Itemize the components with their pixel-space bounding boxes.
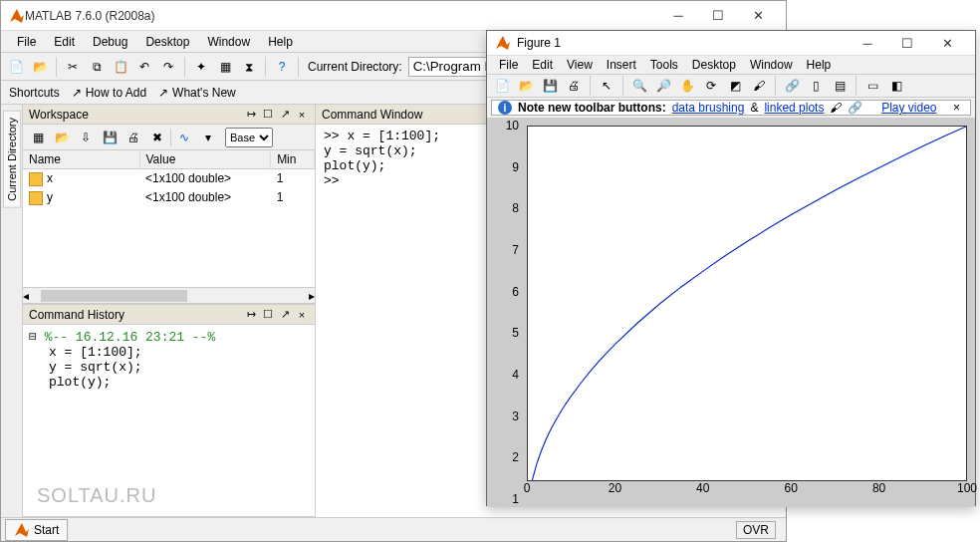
y-axis-ticks: 12345678910 bbox=[495, 126, 523, 499]
menu-help[interactable]: Help bbox=[260, 33, 301, 51]
left-tab-strip: Current Directory bbox=[1, 105, 23, 517]
close-button[interactable]: ✕ bbox=[738, 4, 778, 28]
paste-icon[interactable]: 📋 bbox=[110, 56, 131, 78]
plot-axes[interactable] bbox=[527, 126, 967, 481]
undo-icon[interactable]: ↶ bbox=[133, 56, 155, 78]
dock-icon[interactable]: ↦ bbox=[244, 108, 258, 122]
figure-toolbar: 📄 📂 💾 🖨 ↖ 🔍 🔎 ✋ ⟳ ◩ 🖌 🔗 ▯ ▤ ▭ ◧ bbox=[487, 75, 975, 98]
import-icon[interactable]: ⇩ bbox=[75, 127, 97, 148]
link-icon: 🔗 bbox=[848, 101, 862, 115]
menu-window[interactable]: Window bbox=[744, 56, 799, 74]
save-figure-icon[interactable]: 💾 bbox=[539, 75, 561, 97]
history-line[interactable]: plot(y); bbox=[29, 375, 309, 390]
main-title: MATLAB 7.6.0 (R2008a) bbox=[25, 9, 658, 23]
figure-notice: i Note new toolbar buttons: data brushin… bbox=[491, 100, 971, 116]
help-icon[interactable]: ? bbox=[271, 56, 293, 78]
menu-debug[interactable]: Debug bbox=[85, 33, 135, 51]
panel-max-icon[interactable]: ↗ bbox=[278, 108, 292, 122]
data-brushing-link[interactable]: data brushing bbox=[672, 101, 745, 115]
colorbar-icon[interactable]: ▯ bbox=[805, 75, 827, 97]
guide-icon[interactable]: ▦ bbox=[214, 56, 236, 78]
save-ws-icon[interactable]: 💾 bbox=[99, 127, 121, 148]
plot-menu-icon[interactable]: ▾ bbox=[197, 127, 219, 148]
menu-edit[interactable]: Edit bbox=[46, 33, 83, 51]
show-tools-icon[interactable]: ◧ bbox=[885, 75, 907, 97]
maximize-button[interactable]: ☐ bbox=[887, 31, 927, 55]
workspace-header: Workspace ↦ ☐ ↗ × bbox=[23, 105, 315, 125]
print-icon[interactable]: 🖨 bbox=[122, 127, 144, 148]
panel-min-icon[interactable]: ☐ bbox=[261, 308, 275, 322]
new-figure-icon[interactable]: 📄 bbox=[491, 75, 513, 97]
delete-var-icon[interactable]: ✖ bbox=[146, 127, 168, 148]
panel-min-icon[interactable]: ☐ bbox=[261, 108, 275, 122]
dock-icon[interactable]: ↦ bbox=[244, 308, 258, 322]
cut-icon[interactable]: ✂ bbox=[62, 56, 84, 78]
copy-icon[interactable]: ⧉ bbox=[86, 56, 108, 78]
minimize-button[interactable]: ─ bbox=[848, 31, 887, 55]
panel-close-icon[interactable]: × bbox=[295, 108, 309, 122]
pan-icon[interactable]: ✋ bbox=[676, 75, 698, 97]
menu-window[interactable]: Window bbox=[199, 33, 258, 51]
col-name[interactable]: Name bbox=[23, 150, 139, 169]
menu-file[interactable]: File bbox=[493, 56, 524, 74]
table-row[interactable]: y <1x100 double> 1 bbox=[23, 188, 315, 207]
history-title: Command History bbox=[29, 308, 124, 322]
menu-file[interactable]: File bbox=[9, 33, 44, 51]
menu-edit[interactable]: Edit bbox=[526, 56, 559, 74]
simulink-icon[interactable]: ✦ bbox=[190, 56, 212, 78]
x-axis-ticks: 020406080100 bbox=[527, 481, 967, 499]
open-figure-icon[interactable]: 📂 bbox=[515, 75, 537, 97]
new-file-icon[interactable]: 📄 bbox=[5, 56, 27, 78]
hide-tools-icon[interactable]: ▭ bbox=[861, 75, 883, 97]
play-video-link[interactable]: Play video bbox=[881, 101, 936, 115]
plot-icon[interactable]: ∿ bbox=[173, 127, 195, 148]
scope-select[interactable]: Base bbox=[225, 128, 273, 147]
menu-insert[interactable]: Insert bbox=[601, 56, 642, 74]
ovr-indicator: OVR bbox=[736, 521, 776, 539]
menu-desktop[interactable]: Desktop bbox=[137, 33, 197, 51]
minimize-button[interactable]: ─ bbox=[658, 4, 698, 28]
figure-menubar: File Edit View Insert Tools Desktop Wind… bbox=[487, 56, 975, 75]
print-figure-icon[interactable]: 🖨 bbox=[563, 75, 585, 97]
link-plot-icon[interactable]: 🔗 bbox=[781, 75, 803, 97]
profiler-icon[interactable]: ⧗ bbox=[238, 56, 260, 78]
workspace-table: Name Value Min x <1x100 double> 1 y bbox=[23, 150, 315, 287]
variable-icon bbox=[29, 172, 43, 186]
brush-icon[interactable]: 🖌 bbox=[748, 75, 770, 97]
menu-tools[interactable]: Tools bbox=[644, 56, 684, 74]
variable-icon bbox=[29, 191, 43, 205]
open-var-icon[interactable]: 📂 bbox=[51, 127, 73, 148]
history-line[interactable]: y = sqrt(x); bbox=[29, 360, 309, 375]
linked-plots-link[interactable]: linked plots bbox=[764, 101, 824, 115]
current-directory-tab[interactable]: Current Directory bbox=[3, 111, 21, 208]
command-history-body[interactable]: ⊟ %-- 16.12.16 23:21 --% x = [1:100]; y … bbox=[23, 325, 315, 516]
maximize-button[interactable]: ☐ bbox=[698, 4, 738, 28]
legend-icon[interactable]: ▤ bbox=[829, 75, 851, 97]
close-button[interactable]: ✕ bbox=[927, 31, 967, 55]
new-var-icon[interactable]: ▦ bbox=[27, 127, 49, 148]
open-file-icon[interactable]: 📂 bbox=[29, 56, 51, 78]
notice-close-icon[interactable]: × bbox=[949, 101, 964, 115]
command-window-title: Command Window bbox=[322, 108, 422, 122]
menu-help[interactable]: Help bbox=[801, 56, 838, 74]
menu-desktop[interactable]: Desktop bbox=[686, 56, 742, 74]
horizontal-scrollbar[interactable]: ◂▸ bbox=[23, 287, 315, 303]
data-cursor-icon[interactable]: ◩ bbox=[724, 75, 746, 97]
shortcuts-label: Shortcuts bbox=[9, 86, 60, 100]
table-row[interactable]: x <1x100 double> 1 bbox=[23, 169, 315, 188]
col-min[interactable]: Min bbox=[271, 150, 315, 169]
redo-icon[interactable]: ↷ bbox=[157, 56, 179, 78]
menu-view[interactable]: View bbox=[561, 56, 599, 74]
zoom-in-icon[interactable]: 🔍 bbox=[628, 75, 650, 97]
start-button[interactable]: Start bbox=[5, 519, 68, 541]
zoom-out-icon[interactable]: 🔎 bbox=[652, 75, 674, 97]
rotate-icon[interactable]: ⟳ bbox=[700, 75, 722, 97]
matlab-logo-icon bbox=[495, 35, 511, 51]
panel-close-icon[interactable]: × bbox=[295, 308, 309, 322]
panel-max-icon[interactable]: ↗ bbox=[278, 308, 292, 322]
history-line[interactable]: x = [1:100]; bbox=[29, 345, 309, 360]
how-to-add-link[interactable]: ↗ How to Add bbox=[72, 86, 146, 100]
col-value[interactable]: Value bbox=[139, 150, 271, 169]
pointer-icon[interactable]: ↖ bbox=[596, 75, 617, 97]
whats-new-link[interactable]: ↗ What's New bbox=[158, 86, 236, 100]
